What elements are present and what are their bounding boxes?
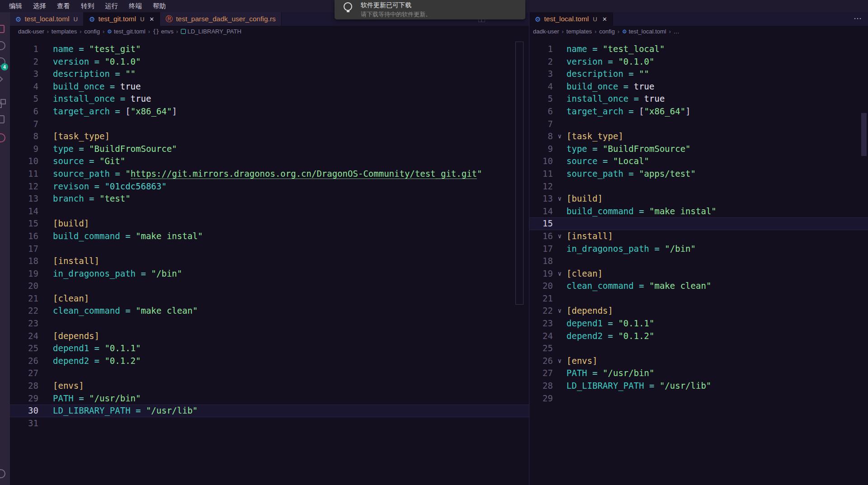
- scrollbar[interactable]: [515, 42, 524, 305]
- code-line-30[interactable]: 30LD_LIBRARY_PATH = "/usr/lib": [10, 405, 529, 417]
- menu-item-2[interactable]: 编辑: [4, 0, 28, 12]
- code-line-11[interactable]: 11source_path = "apps/test": [529, 168, 868, 180]
- code-line-2[interactable]: 2version = "0.1.0": [529, 56, 868, 68]
- menu-item-6[interactable]: 运行: [99, 0, 123, 12]
- close-icon[interactable]: ✕: [149, 16, 154, 23]
- code-line-25[interactable]: 25depend1 = "0.1.1": [10, 342, 529, 355]
- code-line-7[interactable]: 7: [529, 118, 868, 131]
- code-line-6[interactable]: 6target_arch = ["x86_64"]: [10, 105, 529, 118]
- explorer-icon[interactable]: [0, 25, 6, 35]
- code-line-2[interactable]: 2version = "0.1.0": [10, 56, 529, 68]
- fold-chevron-icon[interactable]: ∨: [553, 230, 566, 243]
- code-line-1[interactable]: 1name = "test_git": [10, 43, 529, 56]
- code-line-9[interactable]: 9type = "BuildFromSource": [529, 143, 868, 155]
- account-icon[interactable]: [0, 469, 5, 478]
- code-line-16[interactable]: 16∨[install]: [529, 230, 868, 243]
- code-line-9[interactable]: 9type = "BuildFromSource": [10, 143, 529, 155]
- tab-test_local.toml[interactable]: ⚙test_local.tomlU: [10, 12, 84, 26]
- breadcrumb-item-envs[interactable]: {}envs: [153, 28, 174, 35]
- more-actions-icon[interactable]: ⋯: [854, 16, 862, 21]
- code-line-21[interactable]: 21[clean]: [10, 292, 529, 305]
- code-line-27[interactable]: 27PATH = "/usr/bin": [529, 367, 868, 380]
- code-line-27[interactable]: 27: [10, 367, 529, 380]
- code-line-21[interactable]: 21: [529, 292, 868, 305]
- code-line-3[interactable]: 3description = "": [529, 68, 868, 80]
- code-line-14[interactable]: 14build_command = "make instal": [529, 205, 868, 218]
- code-line-18[interactable]: 18: [529, 255, 868, 268]
- code-line-26[interactable]: 26∨[envs]: [529, 355, 868, 367]
- close-icon[interactable]: ✕: [602, 16, 607, 23]
- code-line-28[interactable]: 28[envs]: [10, 380, 529, 392]
- code-line-22[interactable]: 22clean_command = "make clean": [10, 305, 529, 317]
- breadcrumb-item-dadk-user[interactable]: dadk-user: [18, 28, 44, 35]
- menu-item-7[interactable]: 终端: [123, 0, 147, 12]
- fold-chevron-icon[interactable]: ∨: [553, 193, 566, 205]
- code-line-15[interactable]: 15: [529, 217, 868, 230]
- code-line-5[interactable]: 5install_once = true: [529, 93, 868, 105]
- code-line-15[interactable]: 15[build]: [10, 217, 529, 230]
- code-editor[interactable]: 1name = "test_local"2version = "0.1.0"3d…: [529, 37, 868, 405]
- code-line-24[interactable]: 24depend2 = "0.1.2": [529, 330, 868, 343]
- tab-test_git.toml[interactable]: ⚙test_git.tomlU✕: [84, 12, 160, 26]
- code-line-10[interactable]: 10source = "Git": [10, 155, 529, 168]
- code-line-25[interactable]: 25: [529, 342, 868, 355]
- tab-test_parse_dadk_user_config.rs[interactable]: Ⓡtest_parse_dadk_user_config.rs: [160, 12, 282, 26]
- code-line-17[interactable]: 17: [10, 243, 529, 255]
- menu-item-3[interactable]: 选择: [28, 0, 52, 12]
- scrollbar[interactable]: [861, 113, 867, 156]
- code-line-8[interactable]: 8[task_type]: [10, 130, 529, 143]
- breadcrumb-item-templates[interactable]: templates: [566, 28, 592, 35]
- code-line-12[interactable]: 12revison = "01cdc56863": [10, 180, 529, 193]
- code-line-13[interactable]: 13branch = "test": [10, 193, 529, 205]
- menu-item-1[interactable]: 文件: [0, 0, 4, 12]
- code-line-13[interactable]: 13∨[build]: [529, 193, 868, 205]
- code-editor[interactable]: 1name = "test_git"2version = "0.1.0"3des…: [10, 37, 529, 429]
- code-line-26[interactable]: 26depend2 = "0.1.2": [10, 355, 529, 367]
- menu-item-8[interactable]: 帮助: [147, 0, 171, 12]
- fold-chevron-icon[interactable]: ∨: [553, 268, 566, 280]
- code-line-8[interactable]: 8∨[task_type]: [529, 130, 868, 143]
- code-line-31[interactable]: 31: [10, 417, 529, 430]
- run-debug-icon[interactable]: [0, 75, 6, 85]
- code-line-5[interactable]: 5install_once = true: [10, 93, 529, 105]
- breadcrumb-item-test_git.toml[interactable]: ⚙test_git.toml: [107, 28, 146, 35]
- code-line-18[interactable]: 18[install]: [10, 255, 529, 268]
- code-line-16[interactable]: 16build_command = "make instal": [10, 230, 529, 243]
- code-line-19[interactable]: 19in_dragonos_path = "/bin": [10, 268, 529, 280]
- code-line-17[interactable]: 17in_dragonos_path = "/bin": [529, 243, 868, 255]
- fold-chevron-icon[interactable]: ∨: [553, 130, 566, 143]
- fold-chevron-icon[interactable]: ∨: [553, 355, 566, 367]
- code-line-11[interactable]: 11source_path = "https://git.mirrors.dra…: [10, 168, 529, 180]
- code-line-24[interactable]: 24[depends]: [10, 330, 529, 343]
- code-line-29[interactable]: 29: [529, 392, 868, 405]
- code-line-3[interactable]: 3description = "": [10, 68, 529, 80]
- extensions-icon[interactable]: [0, 99, 6, 109]
- code-line-12[interactable]: 12: [529, 180, 868, 193]
- breadcrumb-item-config[interactable]: config: [599, 28, 615, 35]
- fold-chevron-icon[interactable]: ∨: [553, 305, 566, 317]
- breadcrumb-item-templates[interactable]: templates: [52, 28, 77, 35]
- search-icon[interactable]: [0, 41, 6, 51]
- code-line-28[interactable]: 28LD_LIBRARY_PATH = "/usr/lib": [529, 380, 868, 392]
- code-line-20[interactable]: 20: [10, 280, 529, 292]
- code-line-4[interactable]: 4build_once = true: [529, 80, 868, 93]
- code-line-23[interactable]: 23depend1 = "0.1.1": [529, 317, 868, 330]
- code-line-10[interactable]: 10source = "Local": [529, 155, 868, 168]
- code-line-20[interactable]: 20clean_command = "make clean": [529, 280, 868, 292]
- breadcrumb-item-dadk-user[interactable]: dadk-user: [533, 28, 559, 35]
- code-line-6[interactable]: 6target_arch = ["x86_64"]: [529, 105, 868, 118]
- breadcrumb-item-config[interactable]: config: [84, 28, 100, 35]
- remote-icon[interactable]: [0, 115, 6, 125]
- code-line-7[interactable]: 7: [10, 118, 529, 131]
- dragonos-icon[interactable]: [0, 133, 6, 143]
- code-line-19[interactable]: 19∨[clean]: [529, 268, 868, 280]
- code-line-29[interactable]: 29PATH = "/usr/bin": [10, 392, 529, 405]
- menu-item-5[interactable]: 转到: [75, 0, 99, 12]
- breadcrumb-item-test_local.toml[interactable]: ⚙test_local.toml: [622, 28, 666, 35]
- code-line-22[interactable]: 22∨[depends]: [529, 305, 868, 317]
- code-line-23[interactable]: 23: [10, 317, 529, 330]
- update-notification[interactable]: 软件更新已可下载 请下载等待中的软件更新。: [335, 0, 525, 19]
- code-line-1[interactable]: 1name = "test_local": [529, 43, 868, 56]
- tab-test_local.toml[interactable]: ⚙test_local.tomlU✕: [529, 12, 613, 26]
- breadcrumb-item-…[interactable]: …: [674, 28, 679, 35]
